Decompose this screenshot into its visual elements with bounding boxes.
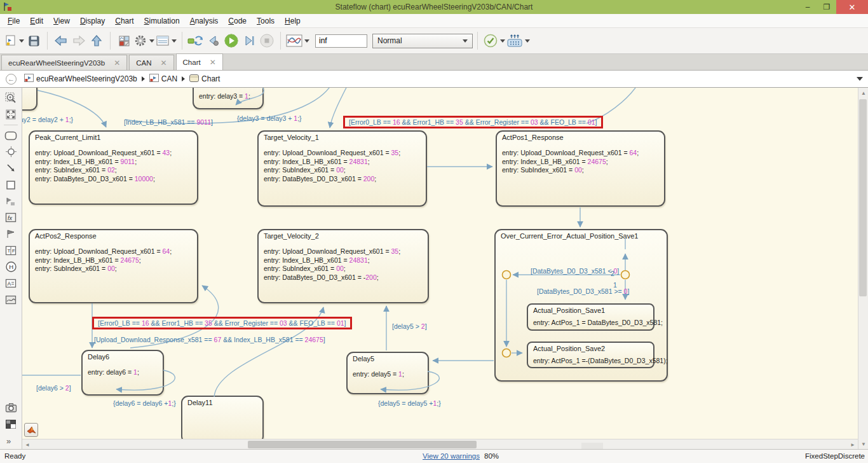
highlighted-transition-label-error_top[interactable]: [Error0_LB == 16 && Error1_HB == 35 && E… [343, 116, 603, 128]
tab-close-icon[interactable]: ✕ [210, 58, 216, 67]
vertical-scrollbar[interactable]: ▲ ▼ [858, 88, 868, 449]
vertical-scroll-thumb[interactable] [859, 99, 867, 296]
restore-button[interactable]: ❐ [817, 0, 836, 14]
state-delay3[interactable]: entry: delay3 = 1; [193, 88, 264, 109]
menu-chart[interactable]: Chart [110, 15, 139, 27]
transition-label-delay5_inc[interactable]: {delay5 = delay5 +1;} [378, 399, 441, 407]
scroll-up-button[interactable]: ▲ [858, 88, 868, 98]
image-icon[interactable] [3, 292, 19, 308]
validate-button[interactable] [483, 32, 505, 50]
tab-close-icon[interactable]: ✕ [114, 59, 120, 67]
state-tv1[interactable]: Target_Velocity_1entry: Upload_Download_… [257, 130, 427, 207]
truth-table-icon[interactable] [3, 226, 19, 242]
state-delay11[interactable]: Delay11 [181, 396, 264, 439]
up-to-parent-button[interactable] [88, 32, 105, 50]
more-icon[interactable]: » [3, 432, 19, 448]
scope-button[interactable] [286, 32, 309, 50]
state-tv2[interactable]: Target_Velocity_2entry: Upload_Download_… [257, 229, 429, 303]
transition-label-delay2_inc[interactable]: ay2 = delay2 + 1;} [22, 116, 73, 123]
model-explorer-button[interactable] [156, 32, 177, 50]
settings-gear-button[interactable] [133, 32, 154, 50]
state-ap1[interactable]: ActPos1_Responseentry: Upload_Download_R… [496, 130, 665, 207]
state-save1[interactable]: Actual_Position_Save1entry: ActPos_1 = D… [527, 303, 654, 331]
breadcrumb-dropdown-icon[interactable] [857, 77, 863, 81]
state-corner[interactable] [22, 88, 37, 111]
horizontal-scroll-thumb[interactable] [248, 441, 477, 448]
tab-can[interactable]: CAN✕ [129, 55, 173, 70]
stop-button[interactable] [259, 32, 275, 50]
state-delay6[interactable]: Delay6entry: delay6 = 1; [81, 350, 164, 396]
scroll-down-button[interactable]: ▼ [858, 439, 868, 449]
scroll-left-button[interactable]: ◄ [22, 439, 32, 450]
state-delay5[interactable]: Delay5entry: delay5 = 1; [346, 352, 429, 394]
validate-dropdown[interactable] [500, 39, 505, 43]
chart-canvas[interactable]: entry: delay3 = 1;Peak_Current_Limit1ent… [22, 88, 858, 439]
forward-button[interactable] [71, 32, 87, 50]
settings-dropdown[interactable] [149, 39, 154, 43]
box-icon[interactable] [3, 177, 19, 193]
zoom-region-icon[interactable] [3, 90, 19, 106]
back-button[interactable] [53, 32, 69, 50]
history-junction-icon[interactable]: H [3, 259, 19, 275]
simulink-state-icon[interactable] [3, 193, 19, 209]
menu-help[interactable]: Help [280, 15, 306, 27]
step-back-button[interactable] [205, 32, 222, 50]
transition-label-db_lt[interactable]: [DataBytes_D0_D3_x581 < 0] [531, 267, 619, 275]
transition-label-port2[interactable]: 2 [611, 270, 614, 277]
menu-simulation[interactable]: Simulation [139, 15, 185, 27]
save-button[interactable] [25, 32, 42, 50]
fit-to-view-icon[interactable] [3, 107, 19, 123]
tab-close-icon[interactable]: ✕ [161, 59, 167, 67]
matlab-badge-button[interactable] [24, 423, 38, 437]
minimize-button[interactable]: – [798, 0, 817, 14]
library-browser-button[interactable] [116, 32, 132, 50]
menu-tools[interactable]: Tools [252, 15, 280, 27]
transition-label-delay3_inc[interactable]: {delay3 = delay3 + 1;} [237, 114, 302, 122]
screenshot-icon[interactable] [3, 400, 19, 416]
transition-label-delay6_inc[interactable]: {delay6 = delay6 +1;} [113, 399, 176, 407]
transition-icon[interactable] [3, 160, 19, 176]
sim-mode-select[interactable]: Normal [372, 34, 473, 48]
menu-code[interactable]: Code [223, 15, 252, 27]
close-button[interactable]: ✕ [836, 0, 868, 14]
horizontal-scrollbar[interactable]: ◄ ► [22, 439, 858, 449]
menu-display[interactable]: Display [75, 15, 110, 27]
menu-view[interactable]: View [48, 15, 75, 27]
state-over[interactable]: Over_Current_Error_Actual_Position_Save1… [494, 229, 668, 382]
warnings-link[interactable]: View 20 warnings [423, 452, 480, 460]
update-diagram-button[interactable] [187, 32, 204, 50]
menu-edit[interactable]: Edit [25, 15, 48, 27]
symbol-wizard-button[interactable] [506, 32, 530, 50]
breadcrumb-item-can[interactable]: CAN [149, 74, 177, 84]
symbol-wizard-dropdown[interactable] [525, 39, 530, 43]
sim-stop-time-input[interactable] [315, 34, 367, 48]
scope-dropdown[interactable] [304, 39, 309, 43]
transition-label-index9011[interactable]: [Index_LB_HB_x581 == 9011] [124, 118, 213, 126]
scroll-right-button[interactable]: ► [848, 439, 858, 450]
tab-ecurearwheelsteeringv203b[interactable]: ecuRearWheelSteeringV203b✕ [1, 55, 127, 70]
new-model-button[interactable] [4, 32, 24, 50]
matlab-function-icon[interactable]: fx [3, 210, 19, 226]
model-explorer-dropdown[interactable] [172, 39, 177, 43]
breadcrumb-item-ecurearwheelsteeringv203b[interactable]: ecuRearWheelSteeringV203b [24, 74, 137, 84]
viewer-icon[interactable] [3, 416, 19, 432]
transition-label-delay6_gt[interactable]: [delay6 > 2] [36, 384, 71, 392]
state-peak[interactable]: Peak_Current_Limit1entry: Upload_Downloa… [29, 130, 198, 205]
menu-file[interactable]: File [3, 15, 25, 27]
annotation-icon[interactable]: A [3, 275, 19, 291]
transition-label-port1[interactable]: 1 [613, 281, 617, 289]
breadcrumb-item-chart[interactable]: Chart [189, 74, 220, 84]
state-transition-table-icon[interactable]: TF [3, 243, 19, 259]
state-ap2[interactable]: ActPos2_Responseentry: Upload_Download_R… [29, 229, 198, 303]
state-save2[interactable]: Actual_Position_Save2entry: ActPos_1 =-(… [527, 342, 654, 368]
junction-icon[interactable] [3, 144, 19, 160]
highlighted-transition-label-error_mid[interactable]: [Error0_LB == 16 && Error1_HB == 35 && E… [92, 317, 352, 329]
new-model-dropdown[interactable] [19, 39, 24, 43]
tab-chart[interactable]: Chart✕ [176, 53, 223, 70]
menu-analysis[interactable]: Analysis [185, 15, 224, 27]
transition-label-delay5_gt[interactable]: [delay5 > 2] [392, 322, 427, 330]
breadcrumb-back-button[interactable]: ← [6, 74, 17, 85]
transition-label-upload_resp[interactable]: [Upload_Download_Response_x581 == 67 && … [94, 336, 325, 343]
step-forward-button[interactable] [241, 32, 257, 50]
state-icon[interactable] [3, 128, 19, 144]
